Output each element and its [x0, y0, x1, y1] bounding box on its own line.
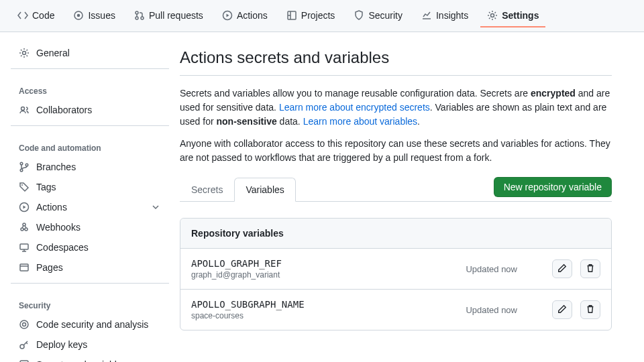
- svg-point-1: [78, 14, 80, 16]
- sidebar-heading: Access: [11, 74, 169, 100]
- sidebar-general[interactable]: General: [11, 43, 169, 63]
- issues-icon: [73, 10, 84, 21]
- new-repository-variable-button[interactable]: New repository variable: [494, 177, 612, 197]
- intro-paragraph-2: Anyone with collaborator access to this …: [180, 137, 612, 165]
- variable-updated: Updated now: [466, 264, 517, 274]
- browser-icon: [19, 262, 30, 273]
- play-icon: [222, 10, 233, 21]
- panel-heading: Repository variables: [180, 219, 611, 249]
- sidebar-item-codespaces[interactable]: Codespaces: [11, 237, 169, 257]
- pencil-icon: [557, 304, 567, 316]
- gear-icon: [487, 10, 498, 21]
- edit-button[interactable]: [552, 300, 572, 319]
- variable-updated: Updated now: [466, 305, 517, 315]
- sidebar-item-tags[interactable]: Tags: [11, 177, 169, 197]
- svg-point-2: [136, 11, 138, 14]
- asterisk-icon: [19, 359, 30, 362]
- edit-button[interactable]: [552, 259, 572, 278]
- variable-row: APOLLO_SUBGRAPH_NAMEspace-coursesUpdated…: [180, 290, 611, 330]
- gear-icon: [19, 48, 30, 58]
- svg-rect-18: [20, 244, 28, 249]
- topnav-security[interactable]: Security: [347, 5, 409, 27]
- link-variables[interactable]: Learn more about variables: [303, 116, 417, 127]
- trash-icon: [586, 304, 595, 316]
- codespaces-icon: [19, 242, 30, 253]
- svg-point-16: [25, 228, 28, 231]
- trash-icon: [586, 263, 595, 275]
- tab-variables[interactable]: Variables: [234, 178, 295, 202]
- sidebar-item-collaborators[interactable]: Collaborators: [11, 100, 169, 120]
- intro-paragraph-1: Secrets and variables allow you to manag…: [180, 86, 612, 129]
- topnav-pull-requests[interactable]: Pull requests: [127, 5, 210, 27]
- svg-rect-19: [20, 264, 28, 271]
- svg-point-7: [491, 13, 494, 17]
- sidebar-item-branches[interactable]: Branches: [11, 157, 169, 177]
- projects-icon: [286, 10, 297, 21]
- code-icon: [17, 10, 28, 21]
- tag-icon: [19, 182, 30, 192]
- variable-name: APOLLO_SUBGRAPH_NAME: [191, 299, 458, 310]
- sidebar-item-actions[interactable]: Actions: [11, 197, 169, 217]
- topnav-actions[interactable]: Actions: [215, 5, 274, 27]
- sidebar-item-pages[interactable]: Pages: [11, 257, 169, 278]
- sidebar-item-deploy-keys[interactable]: Deploy keys: [11, 335, 169, 355]
- svg-point-10: [20, 162, 23, 165]
- variable-value: space-courses: [191, 311, 458, 320]
- people-icon: [19, 105, 30, 115]
- svg-point-15: [21, 228, 23, 231]
- svg-point-13: [21, 184, 23, 186]
- topnav-code[interactable]: Code: [11, 5, 61, 27]
- svg-point-11: [20, 169, 23, 172]
- svg-point-21: [23, 323, 26, 326]
- svg-point-3: [136, 17, 138, 19]
- pr-icon: [134, 10, 145, 21]
- svg-point-9: [21, 107, 25, 111]
- svg-point-4: [141, 17, 144, 19]
- pencil-icon: [557, 263, 567, 275]
- variable-row: APOLLO_GRAPH_REFgraph_id@graph_variantUp…: [180, 249, 611, 290]
- scan-icon: [19, 319, 30, 330]
- topnav-issues[interactable]: Issues: [66, 5, 121, 27]
- sidebar-heading: Code and automation: [11, 131, 169, 157]
- sidebar-heading: Security: [11, 289, 169, 314]
- svg-point-8: [23, 52, 26, 55]
- sidebar-item-webhooks[interactable]: Webhooks: [11, 217, 169, 237]
- sidebar-item-code-security-and-analysis[interactable]: Code security and analysis: [11, 314, 169, 335]
- topnav-settings[interactable]: Settings: [480, 5, 545, 27]
- page-title: Actions secrets and variables: [180, 48, 612, 67]
- chevron-down-icon: [150, 202, 161, 213]
- delete-button[interactable]: [580, 300, 600, 319]
- delete-button[interactable]: [580, 259, 600, 278]
- variable-name: APOLLO_GRAPH_REF: [191, 258, 458, 269]
- branch-icon: [19, 162, 30, 172]
- play-icon: [19, 202, 30, 213]
- variable-value: graph_id@graph_variant: [191, 270, 458, 280]
- topnav-projects[interactable]: Projects: [280, 5, 342, 27]
- svg-point-12: [25, 164, 28, 166]
- topnav-insights[interactable]: Insights: [415, 5, 475, 27]
- graph-icon: [421, 10, 432, 21]
- shield-icon: [354, 10, 364, 21]
- key-icon: [19, 339, 30, 350]
- svg-point-20: [20, 320, 28, 328]
- link-encrypted-secrets[interactable]: Learn more about encrypted secrets: [279, 102, 430, 113]
- sidebar-item-secrets-and-variables[interactable]: Secrets and variables: [11, 355, 169, 362]
- webhook-icon: [19, 222, 30, 233]
- chevron-up-icon: [150, 359, 161, 362]
- tab-secrets[interactable]: Secrets: [180, 178, 234, 201]
